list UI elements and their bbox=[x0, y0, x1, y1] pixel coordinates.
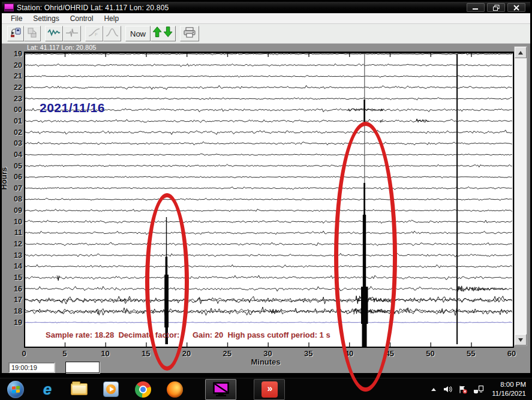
clock-time: 8:00 PM bbox=[500, 381, 526, 388]
minute-label-25: 25 bbox=[223, 349, 232, 358]
hour-label-19: 14 bbox=[3, 262, 22, 270]
taskbar-clock[interactable]: 8:00 PM 11/16/2021 bbox=[489, 380, 526, 398]
file-explorer-icon[interactable] bbox=[71, 381, 88, 398]
print-button[interactable] bbox=[180, 26, 199, 41]
bell-curve-icon bbox=[106, 26, 119, 41]
down-arrow-icon bbox=[518, 338, 523, 342]
minute-label-0: 0 bbox=[22, 349, 26, 358]
media-player-icon[interactable] bbox=[103, 381, 119, 398]
desktop: Station: Ohrid/OHRID Lat: 41.117 Lon: 20… bbox=[0, 0, 532, 400]
now-button-label: Now bbox=[128, 29, 148, 38]
taskbar-launch-area: e» bbox=[0, 379, 285, 400]
scroll-down-button[interactable] bbox=[515, 334, 527, 345]
hour-label-16: 11 bbox=[3, 228, 22, 237]
minute-label-10: 10 bbox=[101, 349, 109, 358]
filter-button[interactable]: F bbox=[85, 26, 103, 41]
hour-label-14: 09 bbox=[3, 206, 22, 215]
open-file-icon bbox=[10, 26, 22, 41]
minute-label-15: 15 bbox=[142, 349, 150, 358]
hour-label-3: 22 bbox=[3, 83, 22, 92]
up-down-arrows-icon bbox=[153, 26, 173, 41]
blank-field[interactable] bbox=[65, 362, 100, 373]
menu-item-file[interactable]: File bbox=[5, 14, 28, 23]
close-button[interactable] bbox=[507, 3, 525, 12]
anydesk-icon: » bbox=[262, 381, 278, 398]
hour-label-6: 01 bbox=[3, 117, 22, 125]
export-disk-button[interactable] bbox=[24, 26, 41, 41]
printer-icon bbox=[182, 26, 197, 41]
internet-explorer-icon[interactable]: e bbox=[39, 381, 56, 398]
scroll-up-button[interactable] bbox=[515, 47, 527, 58]
anydesk-button[interactable]: » bbox=[254, 379, 285, 400]
action-center-icon[interactable] bbox=[458, 385, 468, 394]
station-coordinates-label: Lat: 41.117 Lon: 20.805 bbox=[27, 44, 96, 51]
scroll-up-down-button[interactable] bbox=[151, 26, 176, 41]
hour-label-15: 10 bbox=[3, 218, 22, 226]
firefox-icon[interactable] bbox=[166, 381, 183, 398]
network-icon[interactable] bbox=[473, 385, 484, 393]
hour-label-8: 03 bbox=[3, 139, 22, 148]
open-file-button[interactable] bbox=[7, 26, 24, 41]
sample-info-label: Sample rate: 18.28 Decimate factor: Gain… bbox=[46, 330, 330, 339]
clock-date: 11/16/2021 bbox=[492, 390, 526, 397]
tray-icons bbox=[430, 385, 484, 394]
waveform-icon bbox=[47, 26, 61, 41]
hour-label-9: 04 bbox=[3, 151, 22, 159]
svg-text:F: F bbox=[95, 32, 98, 37]
chrome-icon[interactable] bbox=[134, 381, 151, 398]
hour-label-0: 19 bbox=[3, 50, 22, 58]
up-arrow-icon bbox=[518, 51, 523, 55]
date-label: 2021/11/16 bbox=[40, 101, 105, 115]
response-curve-button[interactable] bbox=[103, 26, 121, 41]
vertical-scrollbar[interactable] bbox=[514, 46, 527, 346]
menu-bar: FileSettingsControlHelp bbox=[2, 13, 530, 24]
minute-label-30: 30 bbox=[263, 349, 272, 358]
hour-label-5: 00 bbox=[3, 106, 22, 114]
toolbar-group bbox=[7, 26, 41, 41]
seismogram-traces bbox=[24, 52, 514, 348]
filter-curve-icon: F bbox=[88, 26, 101, 41]
spike-trace-button[interactable] bbox=[63, 26, 81, 41]
minute-label-55: 55 bbox=[467, 349, 475, 358]
window-title: Station: Ohrid/OHRID Lat: 41.117 Lon: 20… bbox=[17, 4, 169, 12]
app-window: Station: Ohrid/OHRID Lat: 41.117 Lon: 20… bbox=[0, 0, 532, 378]
hour-label-11: 06 bbox=[3, 173, 22, 181]
hour-label-21: 16 bbox=[3, 285, 22, 293]
hour-label-24: 19 bbox=[3, 318, 22, 327]
app-icon bbox=[4, 4, 14, 11]
windows-orb-icon bbox=[7, 381, 24, 398]
menu-item-help[interactable]: Help bbox=[98, 14, 124, 23]
hour-label-20: 15 bbox=[3, 273, 22, 282]
toolbar-group: Now bbox=[125, 26, 176, 41]
start-button[interactable] bbox=[7, 381, 24, 398]
restore-button[interactable] bbox=[487, 3, 505, 12]
minimize-button[interactable] bbox=[467, 3, 485, 12]
hour-label-23: 18 bbox=[3, 307, 22, 315]
toolbar: FNow bbox=[2, 24, 530, 44]
hour-label-1: 20 bbox=[3, 61, 22, 70]
hour-label-13: 08 bbox=[3, 195, 22, 203]
copy-disk-icon bbox=[26, 26, 38, 41]
close-icon bbox=[513, 5, 519, 11]
title-bar: Station: Ohrid/OHRID Lat: 41.117 Lon: 20… bbox=[2, 2, 530, 13]
hour-label-2: 21 bbox=[3, 72, 22, 80]
waveform-button[interactable] bbox=[45, 26, 63, 41]
hour-label-7: 02 bbox=[3, 128, 22, 137]
hour-label-12: 07 bbox=[3, 184, 22, 193]
minute-label-50: 50 bbox=[426, 349, 434, 358]
now-button[interactable]: Now bbox=[125, 26, 151, 41]
seismograph-app-icon bbox=[213, 382, 229, 397]
hour-label-4: 23 bbox=[3, 95, 22, 103]
window-controls bbox=[467, 3, 530, 12]
minute-label-40: 40 bbox=[345, 349, 353, 358]
menu-item-settings[interactable]: Settings bbox=[28, 14, 64, 23]
time-field[interactable] bbox=[8, 362, 55, 373]
seismograph-app-button[interactable] bbox=[205, 379, 236, 400]
speaker-icon[interactable] bbox=[443, 385, 452, 393]
hour-label-10: 05 bbox=[3, 162, 22, 170]
restore-icon bbox=[493, 5, 500, 11]
menu-item-control[interactable]: Control bbox=[65, 14, 99, 23]
helicorder-plot bbox=[24, 52, 514, 348]
hidden-icons-arrow[interactable] bbox=[430, 386, 437, 392]
toolbar-group bbox=[180, 26, 199, 41]
